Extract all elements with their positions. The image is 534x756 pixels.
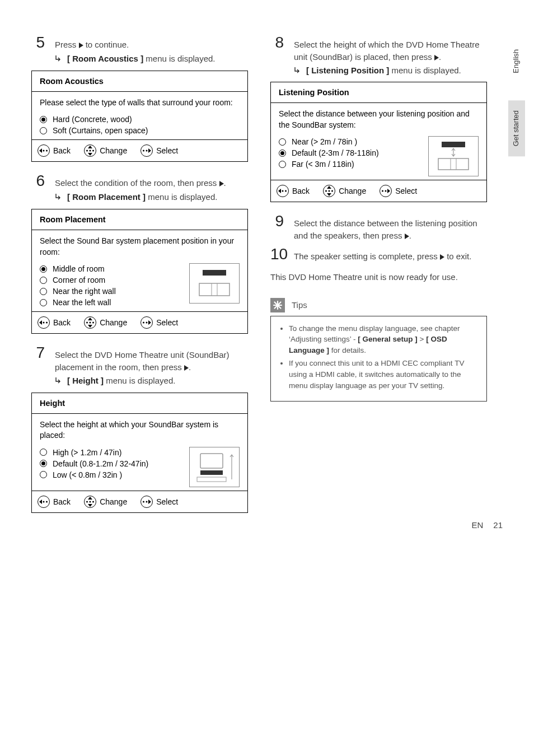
tips-box: To change the menu display language, see…: [270, 316, 487, 402]
asterisk-icon: [270, 298, 285, 312]
option-soft[interactable]: Soft (Curtains, open space): [40, 125, 240, 136]
osd-height: Height Select the height at which your S…: [31, 393, 248, 513]
footer-change[interactable]: Change: [323, 185, 366, 197]
step-number: 6: [31, 172, 45, 190]
step-number: 8: [270, 34, 284, 52]
option-middle[interactable]: Middle of room: [40, 263, 184, 274]
osd-title: Room Placement: [32, 209, 247, 230]
footer-change[interactable]: Change: [84, 316, 127, 329]
step-8: 8 Select the height of which the DVD Hom…: [270, 34, 487, 63]
tip-item-1: To change the menu display language, see…: [289, 323, 477, 356]
footer-back[interactable]: Back: [38, 144, 71, 157]
osd-title: Height: [32, 393, 247, 414]
svg-rect-0: [203, 270, 226, 276]
play-icon: [434, 55, 439, 60]
footer-select[interactable]: Select: [140, 316, 178, 329]
step-number: 9: [270, 212, 284, 230]
step-6-result: [ Room Placement ] menu is displayed.: [55, 191, 248, 203]
step-text: Select the condition of the room, then p…: [55, 177, 248, 189]
radio-icon: [40, 460, 47, 467]
left-column: 5 Press to continue. [ Room Acoustics ] …: [31, 34, 248, 523]
play-icon: [405, 234, 409, 239]
dpad-left-icon: [277, 185, 289, 197]
footer-page-number: 21: [493, 520, 503, 530]
dpad-left-icon: [38, 496, 50, 508]
tips-section: Tips To change the menu display language…: [270, 298, 487, 402]
option-corner[interactable]: Corner of room: [40, 274, 184, 286]
osd-room-placement: Room Placement Select the Sound Bar syst…: [31, 209, 248, 334]
option-left-wall[interactable]: Near the left wall: [40, 297, 184, 308]
dpad-right-icon: [140, 496, 153, 508]
osd-footer: Back Change Select: [32, 491, 247, 512]
option-near[interactable]: Near (> 2m / 78in ): [279, 136, 423, 147]
svg-rect-7: [442, 142, 465, 147]
dpad-right-icon: [380, 185, 392, 197]
footer-select[interactable]: Select: [380, 185, 417, 197]
osd-title: Listening Position: [271, 82, 486, 103]
footer-select[interactable]: Select: [140, 496, 178, 508]
option-far[interactable]: Far (< 3m / 118in): [279, 158, 423, 170]
result-arrow-icon: [55, 53, 63, 65]
svg-rect-8: [438, 158, 469, 170]
step-text: The speaker setting is complete, press t…: [294, 250, 487, 263]
dpad-left-icon: [38, 316, 50, 329]
radio-icon: [40, 288, 47, 295]
radio-icon: [40, 265, 47, 273]
option-low[interactable]: Low (< 0.8m / 32in ): [40, 469, 184, 480]
closing-paragraph: This DVD Home Theatre unit is now ready …: [270, 271, 487, 283]
footer-back[interactable]: Back: [38, 496, 71, 508]
dpad-updown-icon: [84, 144, 96, 157]
tab-section: Get started: [508, 100, 525, 156]
footer-lang: EN: [471, 520, 483, 530]
side-tabs: English Get started: [508, 39, 525, 156]
osd-footer: Back Change Select: [271, 180, 486, 202]
osd-prompt: Please select the type of walls that sur…: [40, 97, 240, 109]
option-right-wall[interactable]: Near the right wall: [40, 286, 184, 297]
step-number: 10: [270, 245, 284, 263]
result-arrow-icon: [55, 375, 63, 387]
step-text: Press to continue.: [55, 39, 248, 51]
page-footer: EN 21: [471, 520, 503, 530]
footer-change[interactable]: Change: [84, 496, 127, 508]
tip-item-2: If you connect this unit to a HDMI CEC c…: [289, 358, 477, 391]
step-number: 7: [31, 344, 45, 362]
footer-change[interactable]: Change: [84, 144, 127, 157]
radio-icon: [40, 471, 47, 478]
svg-rect-6: [197, 477, 226, 482]
radio-icon: [40, 299, 47, 306]
dpad-left-icon: [38, 144, 50, 157]
step-7-result: [ Height ] menu is displayed.: [55, 375, 248, 387]
radio-icon: [40, 116, 47, 123]
result-arrow-icon: [294, 64, 302, 77]
footer-select[interactable]: Select: [140, 144, 178, 157]
step-5-result: [ Room Acoustics ] menu is displayed.: [55, 53, 248, 65]
option-default[interactable]: Default (2-3m / 78-118in): [279, 147, 423, 158]
svg-rect-4: [200, 454, 223, 468]
result-arrow-icon: [55, 191, 63, 203]
dpad-updown-icon: [84, 496, 96, 508]
option-high[interactable]: High (> 1.2m / 47in): [40, 447, 184, 458]
osd-room-acoustics: Room Acoustics Please select the type of…: [31, 71, 248, 162]
play-icon: [184, 365, 189, 371]
radio-icon: [40, 127, 47, 134]
step-5: 5 Press to continue.: [31, 34, 248, 52]
play-icon: [79, 43, 83, 48]
step-8-result: [ Listening Position ] menu is displayed…: [294, 64, 487, 77]
option-default[interactable]: Default (0.8-1.2m / 32-47in): [40, 458, 184, 469]
height-illustration: [189, 447, 240, 487]
osd-prompt: Select the Sound Bar system placement po…: [40, 236, 240, 258]
listening-position-illustration: [428, 136, 479, 176]
option-hard[interactable]: Hard (Concrete, wood): [40, 114, 240, 125]
step-text: Select the height of which the DVD Home …: [294, 39, 487, 63]
step-number: 5: [31, 34, 45, 52]
osd-listening-position: Listening Position Select the distance b…: [270, 82, 487, 202]
page: English Get started 5 Press to continue.…: [0, 0, 534, 545]
step-9: 9 Select the distance between the listen…: [270, 212, 487, 242]
step-7: 7 Select the DVD Home Theatre unit (Soun…: [31, 344, 248, 374]
radio-icon: [40, 277, 47, 284]
radio-icon: [279, 150, 286, 157]
tips-title: Tips: [292, 300, 307, 310]
footer-back[interactable]: Back: [38, 316, 71, 329]
footer-back[interactable]: Back: [277, 185, 310, 197]
radio-icon: [279, 161, 286, 168]
